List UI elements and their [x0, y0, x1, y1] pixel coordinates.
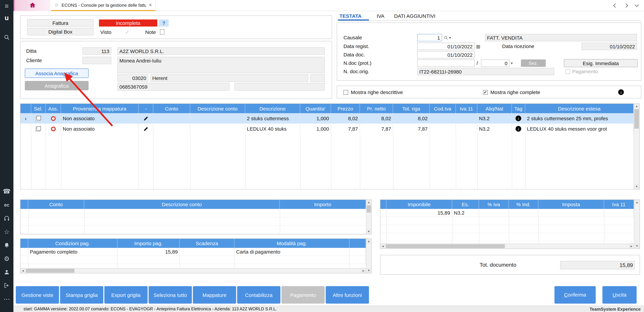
invoice-line-row-selected[interactable]: › Non associato 2 stuks cuttermess 1,000…	[20, 113, 634, 124]
ndoc-num-input[interactable]: 0	[481, 59, 510, 67]
column-header-prezzo: Prezzo	[331, 104, 360, 113]
data-regist-label: Data regist.	[344, 43, 369, 50]
mappature-button[interactable]: Mappature	[193, 286, 236, 303]
scroll-right-button[interactable]: ►	[629, 244, 634, 249]
scroll-up-button[interactable]: ▲	[366, 200, 371, 205]
altre-funzioni-button[interactable]: Altre funzioni	[326, 286, 369, 303]
logout-icon[interactable]	[0, 281, 14, 290]
grid-vertical-scrollbar[interactable]: ▲ ▼	[634, 104, 639, 189]
conferma-button[interactable]: Conferma	[554, 286, 596, 303]
uscita-button[interactable]: Uscita	[602, 286, 636, 303]
scrollbar-thumb[interactable]	[634, 109, 639, 129]
nav-forward-icon[interactable]	[620, 0, 631, 11]
menu-icon[interactable]: ≡	[0, 2, 14, 11]
tag-info-icon[interactable]: i	[512, 113, 525, 124]
cell-tot-riga: 8,02	[393, 113, 430, 124]
tab-testata[interactable]: TESTATA	[340, 13, 362, 20]
tab-star-icon[interactable]: ☆	[54, 2, 59, 8]
scroll-down-button[interactable]: ▼	[366, 268, 371, 273]
column-header-scadenza: Scadenza	[180, 239, 234, 248]
scrollbar-thumb[interactable]	[386, 244, 505, 248]
gestione-viste-button[interactable]: Gestione viste	[16, 286, 59, 303]
cell-importo: 15,89	[118, 248, 180, 256]
fattura-button[interactable]: Fattura	[27, 19, 94, 27]
scroll-left-button[interactable]: ◄	[20, 268, 26, 273]
ndoc-input[interactable]	[417, 59, 474, 67]
headset-icon[interactable]	[0, 214, 14, 223]
edit-pencil-icon[interactable]	[138, 113, 153, 124]
info-icon[interactable]: i	[618, 89, 624, 95]
tag-info-icon[interactable]: i	[512, 124, 525, 134]
favorites-star-icon[interactable]: ☆	[0, 227, 14, 236]
tab-iva[interactable]: IVA	[377, 13, 384, 20]
scroll-right-button[interactable]: ►	[361, 268, 366, 273]
nav-collapse-icon[interactable]	[631, 0, 642, 11]
horizontal-scrollbar[interactable]: ◄ ►	[380, 243, 634, 249]
pagamento-row[interactable]: Pagamento completo 15,89 Carta di pagame…	[20, 248, 366, 256]
data-regist-input[interactable]: 01/10/2022	[417, 43, 474, 50]
associa-anagrafica-button[interactable]: Associa Anagrafica	[25, 69, 88, 78]
seleziona-tutto-button[interactable]: Seleziona tutto	[148, 286, 192, 303]
grid-vertical-scrollbar[interactable]: ▲ ▼	[366, 239, 371, 273]
anagrafica-button[interactable]: Anagrafica	[25, 81, 88, 90]
select-checkbox-icon[interactable]	[31, 124, 46, 134]
home-button[interactable]	[14, 0, 50, 11]
column-header-iva11: Iva 11	[456, 104, 477, 113]
mostra-complete-checkbox[interactable]: ✓	[483, 90, 488, 95]
scroll-left-button[interactable]: ◄	[380, 244, 386, 249]
horizontal-scrollbar[interactable]: ◄ ►	[20, 268, 366, 273]
grid-vertical-scrollbar[interactable]: ▲ ▼	[634, 200, 640, 249]
nav-back-icon[interactable]	[610, 0, 620, 11]
more-icon[interactable]: ⋯	[0, 294, 14, 303]
pagamento-button[interactable]: Pagamento	[282, 286, 325, 303]
user-icon[interactable]	[0, 268, 14, 276]
stampa-griglia-button[interactable]: Stampa griglia	[60, 286, 103, 303]
cell-provenienza: Non associato	[61, 124, 138, 134]
grid-vertical-scrollbar[interactable]: ▲ ▼	[366, 200, 371, 234]
scrollbar-thumb[interactable]	[26, 269, 74, 273]
topbar: ☆ ECONS - Console per la gestione delle …	[14, 0, 644, 11]
calendar-icon[interactable]: ▦	[476, 43, 480, 50]
conto-grid-header: Conto Descrizione conto Importo	[20, 200, 366, 209]
sez-button[interactable]: Sez.	[521, 59, 546, 67]
causale-dropdown-icon[interactable]: ▾	[449, 34, 451, 41]
ditta-label: Ditta	[26, 47, 36, 55]
tab-close-icon[interactable]: ×	[149, 2, 152, 8]
status-text: start: GAMMA versione: 2022.00.07 comand…	[24, 306, 277, 312]
esig-immediata-button[interactable]: Esig. Immediata	[564, 59, 638, 67]
scroll-up-button[interactable]: ▲	[634, 200, 640, 205]
scroll-up-button[interactable]: ▲	[366, 239, 371, 244]
ndoc-label: N.doc (prot.)	[344, 59, 372, 67]
scrollbar-thumb[interactable]	[366, 205, 371, 213]
column-header-descrizione-conto: Descrizione conto	[84, 200, 280, 209]
phone-icon[interactable]: ☎	[0, 187, 14, 196]
edit-pencil-icon[interactable]	[138, 124, 153, 134]
tabs-divider	[337, 21, 641, 21]
scroll-down-button[interactable]: ▼	[366, 229, 371, 234]
ndoc-dropdown-icon[interactable]: ▾	[511, 59, 513, 67]
invoice-line-row[interactable]: Non associato LEDLUX 40 stuks 1,000 7,87…	[20, 124, 634, 134]
scroll-down-button[interactable]: ▼	[634, 184, 639, 189]
notifications-bell-icon[interactable]	[0, 241, 14, 250]
causale-search-icon[interactable]	[444, 35, 448, 41]
settings-gear-icon[interactable]: ⚙	[0, 254, 14, 263]
tab-dati-aggiuntivi[interactable]: DATI AGGIUNTIVI	[394, 13, 435, 20]
digital-box-button[interactable]: Digital Box	[27, 28, 94, 35]
document-status-panel: Fattura Digital Box incompleta ? Visto ✓…	[20, 16, 332, 39]
note-document-icon[interactable]	[160, 29, 164, 35]
tab-econs[interactable]: ☆ ECONS - Console per la gestione delle …	[51, 0, 156, 11]
iva-row[interactable]: 15,89 N3.2	[380, 209, 634, 217]
ec-icon[interactable]: ec	[0, 201, 14, 209]
causale-input[interactable]: 1	[417, 34, 442, 41]
cell-iva11	[456, 113, 477, 124]
data-doc-input[interactable]: 01/10/2022	[417, 51, 474, 58]
scroll-up-button[interactable]: ▲	[634, 104, 639, 109]
cell-provenienza: Non associato	[61, 113, 138, 124]
export-griglia-button[interactable]: Export griglia	[104, 286, 148, 303]
select-checkbox-icon[interactable]	[31, 113, 46, 124]
search-icon[interactable]	[0, 33, 14, 42]
scroll-down-button[interactable]: ▼	[634, 243, 640, 249]
contabilizza-button[interactable]: Contabilizza	[237, 286, 280, 303]
mostra-descrittive-checkbox[interactable]	[344, 90, 348, 95]
help-button[interactable]: ?	[159, 20, 169, 27]
